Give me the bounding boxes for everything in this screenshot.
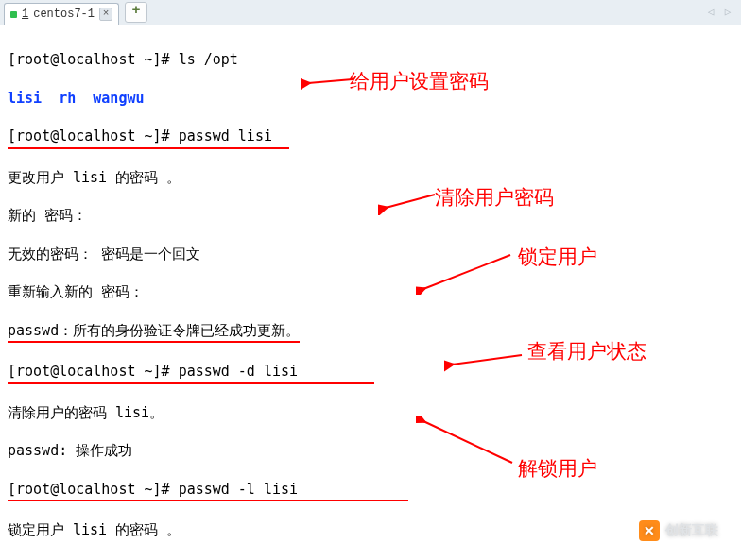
terminal-line: 重新输入新的 密码：	[8, 282, 733, 301]
terminal[interactable]: [root@localhost ~]# ls /opt lisi rh wang…	[0, 25, 741, 560]
dir-lisi: lisi	[8, 90, 42, 107]
terminal-line: 新的 密码：	[8, 206, 733, 225]
dir-rh: rh	[59, 90, 76, 107]
tab-nav: ◁ ▷	[703, 4, 735, 19]
terminal-line: lisi rh wangwu	[8, 89, 733, 108]
terminal-line: passwd: 操作成功	[8, 441, 733, 460]
tab-bar: 1 centos7-1 × + ◁ ▷	[0, 0, 741, 25]
watermark-text: 创新互联	[665, 522, 718, 539]
terminal-line: [root@localhost ~]# passwd -d lisi	[8, 362, 733, 383]
close-icon[interactable]: ×	[99, 8, 112, 21]
terminal-line: 清除用户的密码 lisi。	[8, 403, 733, 422]
terminal-line: [root@localhost ~]# passwd lisi	[8, 127, 733, 148]
terminal-line: [root@localhost ~]# ls /opt	[8, 50, 733, 69]
cmd-passwd-l: passwd -l lisi	[179, 481, 298, 498]
tab-label: centos7-1	[33, 8, 95, 21]
terminal-line: 锁定用户 lisi 的密码 。	[8, 520, 733, 539]
terminal-line: passwd：所有的身份验证令牌已经成功更新。	[8, 321, 733, 343]
watermark: ✕ 创新互联	[633, 517, 724, 545]
out-tokens-ok: passwd：所有的身份验证令牌已经成功更新。	[8, 321, 300, 343]
dir-wangwu: wangwu	[93, 90, 144, 107]
status-dot-icon	[10, 11, 17, 18]
tab-index: 1	[22, 8, 28, 21]
terminal-line: [root@localhost ~]# passwd -l lisi	[8, 480, 733, 501]
tab-nav-left-icon[interactable]: ◁	[703, 4, 718, 19]
cmd-passwd-set: passwd lisi	[179, 127, 272, 144]
tab-centos7-1[interactable]: 1 centos7-1 ×	[4, 3, 119, 25]
cmd-ls: ls /opt	[179, 51, 238, 68]
new-tab-button[interactable]: +	[125, 2, 147, 23]
watermark-logo-icon: ✕	[639, 520, 660, 541]
terminal-line: 无效的密码： 密码是一个回文	[8, 245, 733, 263]
terminal-line: 更改用户 lisi 的密码 。	[8, 168, 733, 187]
cmd-passwd-d: passwd -d lisi	[179, 363, 298, 380]
tab-nav-right-icon[interactable]: ▷	[720, 4, 735, 19]
